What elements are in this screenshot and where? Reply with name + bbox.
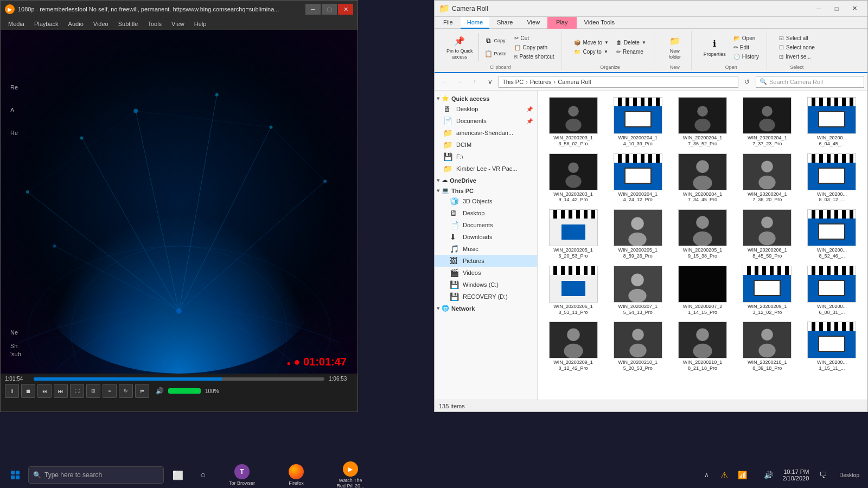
ribbon-copy-button[interactable]: ⧉ Copy xyxy=(481,35,510,47)
ribbon-paste-button[interactable]: 📋 Paste xyxy=(481,48,510,60)
vlc-menu-audio[interactable]: Audio xyxy=(64,20,88,28)
explorer-close-button[interactable]: ✕ xyxy=(846,3,863,15)
vlc-menu-video[interactable]: Video xyxy=(89,20,113,28)
forward-button[interactable]: → xyxy=(453,75,466,88)
ribbon-tab-play[interactable]: Play xyxy=(547,17,576,29)
file-item[interactable]: WIN_20200203_1 9_14_42_Pro xyxy=(542,151,604,206)
file-item[interactable]: WIN_20200204_1 7_36_52_Pro xyxy=(671,95,733,149)
file-item[interactable]: WIN_20200204_1 7_36_20_Pro xyxy=(736,151,799,206)
ribbon-invert-button[interactable]: ⊡ Invert se... xyxy=(776,53,818,61)
file-item[interactable]: WIN_20200204_1 4_24_12_Pro xyxy=(607,151,669,206)
vlc-video-area[interactable]: Re A Re 'sub Ne Sh ● ● 01:01:47 xyxy=(1,30,358,374)
ribbon-copy-to-button[interactable]: 📁 Copy to ▼ xyxy=(571,48,612,56)
ribbon-tab-view[interactable]: View xyxy=(520,17,546,29)
vlc-prev-button[interactable]: ⏮ xyxy=(37,384,52,398)
sidebar-onedrive-section[interactable]: ▾ ☁ OneDrive xyxy=(435,175,537,185)
vlc-menu-view[interactable]: View xyxy=(167,20,189,28)
file-item[interactable]: WIN_20200... 8_03_12_... xyxy=(801,151,863,206)
file-item[interactable]: WIN_20200206_1 8_45_59_Pro xyxy=(736,207,799,261)
sidebar-item-dcim[interactable]: 📁 DCIM xyxy=(435,139,537,151)
cortana-button[interactable]: ○ xyxy=(191,463,215,487)
file-item[interactable]: WIN_20200205_1 8_59_26_Pro xyxy=(607,207,669,261)
file-item[interactable]: WIN_20200... 8_52_46_... xyxy=(801,207,863,261)
action-center-button[interactable]: 🗨 xyxy=(811,463,835,487)
ribbon-rename-button[interactable]: ✏ Rename xyxy=(613,48,649,56)
sidebar-item-americavr[interactable]: 📁 americavr-Sheridan... xyxy=(435,127,537,139)
ribbon-new-folder-button[interactable]: 📁 New folder xyxy=(663,32,687,62)
sidebar-this-pc-section[interactable]: ▾ 💻 This PC xyxy=(435,185,537,195)
ribbon-paste-shortcut-button[interactable]: ⎘ Paste shortcut xyxy=(511,53,558,61)
ribbon-tab-file[interactable]: File xyxy=(437,17,459,29)
vlc-menu-playback[interactable]: Playback xyxy=(30,20,63,28)
sidebar-item-desktop-quick[interactable]: 🖥 Desktop 📌 xyxy=(435,103,537,115)
sidebar-item-documents[interactable]: 📄 Documents xyxy=(435,219,537,231)
sidebar-item-documents-quick[interactable]: 📄 Documents 📌 xyxy=(435,115,537,127)
vlc-random-button[interactable]: ⇌ xyxy=(135,384,149,398)
ribbon-open-button[interactable]: 📂 Open xyxy=(730,34,762,42)
ribbon-tab-videotools[interactable]: Video Tools xyxy=(578,17,621,29)
sidebar-item-downloads[interactable]: ⬇ Downloads xyxy=(435,231,537,243)
vlc-loop-button[interactable]: ↻ xyxy=(119,384,133,398)
file-item[interactable]: WIN_20200205_1 9_15_38_Pro xyxy=(671,207,733,261)
sidebar-item-f-drive[interactable]: 💾 F:\ xyxy=(435,151,537,163)
taskbar-app-firefox[interactable]: Firefox xyxy=(269,462,323,488)
vlc-menu-media[interactable]: Media xyxy=(4,20,29,28)
desktop-show-button[interactable]: Desktop xyxy=(837,471,861,479)
file-item[interactable]: WIN_20200210_1 5_20_53_Pro xyxy=(607,319,669,374)
vlc-next-button[interactable]: ⏭ xyxy=(54,384,68,398)
vlc-ext-button[interactable]: ⊞ xyxy=(86,384,100,398)
show-hidden-icons-button[interactable]: ∧ xyxy=(694,463,718,487)
vlc-menu-help[interactable]: Help xyxy=(190,20,211,28)
file-item[interactable]: WIN_20200204_1 7_34_45_Pro xyxy=(671,151,733,206)
sidebar-quick-access-section[interactable]: ▾ ⭐ Quick access xyxy=(435,93,537,103)
ribbon-tab-share[interactable]: Share xyxy=(490,17,519,29)
file-item[interactable]: WIN_20200204_1 7_37_23_Pro xyxy=(736,95,799,149)
sidebar-item-pictures[interactable]: 🖼 Pictures xyxy=(435,255,537,267)
vlc-seekbar[interactable] xyxy=(34,377,324,381)
vlc-maximize-button[interactable]: □ xyxy=(322,4,337,15)
file-item[interactable]: WIN_20200210_1 8_21_18_Pro xyxy=(671,319,733,374)
sidebar-item-music[interactable]: 🎵 Music xyxy=(435,243,537,255)
explorer-minimize-button[interactable]: ─ xyxy=(810,3,827,15)
sidebar-item-videos[interactable]: 🎬 Videos xyxy=(435,267,537,279)
vlc-stop-button[interactable]: ⏹ xyxy=(21,384,35,398)
vlc-minimize-button[interactable]: ─ xyxy=(305,4,321,15)
sidebar-item-kimber[interactable]: 📁 Kimber Lee - VR Pac... xyxy=(435,163,537,175)
back-button[interactable]: ← xyxy=(438,75,451,88)
ribbon-pin-button[interactable]: 📌 Pin to Quick access xyxy=(443,32,476,62)
ribbon-copy-path-button[interactable]: 📋 Copy path xyxy=(511,43,558,52)
taskbar-search[interactable]: 🔍 Type here to search xyxy=(28,466,164,484)
file-item[interactable]: WIN_20200203_1 3_56_02_Pro xyxy=(542,95,604,149)
vlc-playlist-button[interactable]: ≡ xyxy=(103,384,117,398)
ribbon-history-button[interactable]: 🕐 History xyxy=(730,53,762,61)
file-item[interactable]: WIN_20200209_1 3_12_02_Pro xyxy=(736,264,799,318)
ribbon-properties-button[interactable]: ℹ Properties xyxy=(700,35,729,60)
recent-locations-button[interactable]: ∨ xyxy=(483,75,496,88)
file-item[interactable]: WIN_20200207_2 1_14_15_Pro xyxy=(671,264,733,318)
file-item[interactable]: WIN_20200206_1 8_53_11_Pro xyxy=(542,264,604,318)
file-item[interactable]: WIN_20200... 6_08_31_... xyxy=(801,264,863,318)
file-item[interactable]: WIN_20200204_1 4_10_39_Pro xyxy=(607,95,669,149)
task-view-button[interactable]: ⬜ xyxy=(166,463,190,487)
vlc-fullscreen-button[interactable]: ⛶ xyxy=(70,384,84,398)
ribbon-edit-button[interactable]: ✏ Edit xyxy=(730,43,762,52)
sidebar-network-section[interactable]: ▾ 🌐 Network xyxy=(435,303,537,313)
ribbon-cut-button[interactable]: ✂ Cut xyxy=(511,34,558,42)
ribbon-move-to-button[interactable]: 📦 Move to ▼ xyxy=(571,38,612,47)
ribbon-select-none-button[interactable]: ☐ Select none xyxy=(776,43,818,52)
file-item[interactable]: WIN_20200210_1 8_39_18_Pro xyxy=(736,319,799,374)
start-button[interactable] xyxy=(2,462,28,488)
sidebar-item-recovery-d[interactable]: 💾 RECOVERY (D:) xyxy=(435,291,537,303)
address-path[interactable]: This PC › Pictures › Camera Roll xyxy=(499,76,738,88)
sidebar-item-3d-objects[interactable]: 🧊 3D Objects xyxy=(435,195,537,207)
taskbar-clock[interactable]: 10:17 PM 2/10/2020 xyxy=(782,468,809,481)
taskbar-app-tor[interactable]: T Tor Browser xyxy=(215,462,269,488)
file-item[interactable]: WIN_20200... 1_15_11_... xyxy=(801,319,863,374)
search-box[interactable]: 🔍 Search Camera Roll xyxy=(756,76,864,88)
refresh-button[interactable]: ↺ xyxy=(741,75,754,88)
vlc-play-pause-button[interactable]: ⏸ xyxy=(5,384,19,398)
sidebar-item-desktop[interactable]: 🖥 Desktop xyxy=(435,207,537,219)
volume-button[interactable]: 🔊 xyxy=(756,463,780,487)
network-status-button[interactable]: 📶 xyxy=(730,463,754,487)
vlc-menu-subtitle[interactable]: Subtitle xyxy=(114,20,143,28)
